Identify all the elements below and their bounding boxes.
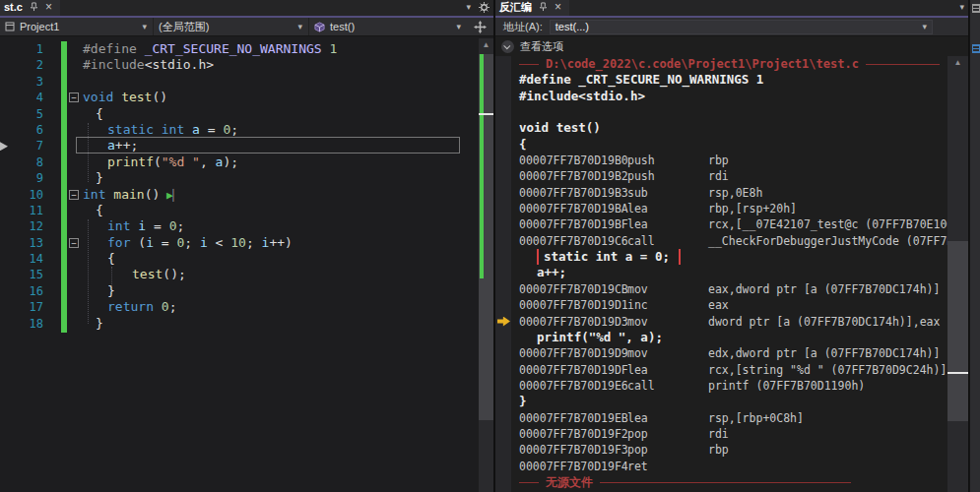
line-number[interactable]: 14	[0, 251, 43, 267]
code-line[interactable]: 15test();	[0, 267, 478, 282]
disasm-source-line[interactable]: #include<stdio.h>	[495, 89, 947, 104]
pan-handle-icon[interactable]	[467, 18, 493, 35]
instruction-operands: rbp	[708, 154, 729, 167]
tab-title: st.c	[4, 1, 23, 13]
code-editor[interactable]: 1#define _CRT_SECURE_NO_WARNINGS 12#incl…	[0, 38, 493, 492]
project-dropdown[interactable]: Project1 ▾	[0, 18, 154, 35]
line-number[interactable]: 18	[0, 316, 43, 332]
line-number[interactable]: 12	[0, 218, 43, 234]
instruction-mnemonic: pop	[627, 426, 708, 442]
address-input[interactable]: test(...) ▾	[550, 20, 933, 34]
code-line[interactable]: 16}	[0, 283, 478, 299]
gear-icon[interactable]	[479, 2, 490, 13]
instruction-mnemonic: lea	[627, 216, 708, 232]
code-line[interactable]: 8printf("%d ", a);	[0, 154, 478, 170]
line-number[interactable]: 9	[0, 170, 43, 186]
line-number[interactable]: 5	[0, 106, 43, 122]
instruction-address: 00007FF7B70D19F3	[519, 442, 627, 458]
scope-dropdown[interactable]: (全局范围) ▾	[154, 18, 309, 35]
instruction-address: 00007FF7B70D19D1	[519, 297, 627, 313]
disasm-instruction[interactable]: 00007FF7B70D19F2poprdi	[495, 426, 947, 442]
disasm-instruction[interactable]: 00007FF7B70D19D3movdword ptr [a (07FF7B7…	[495, 314, 947, 330]
disasm-instruction[interactable]: 00007FF7B70D19B2pushrdi	[495, 168, 947, 184]
code-line[interactable]: 3	[0, 74, 478, 90]
disasm-source-line[interactable]: a++;	[495, 265, 947, 280]
line-number[interactable]: 6	[0, 122, 43, 138]
disasm-instruction[interactable]: 00007FF7B70D19CBmoveax,dword ptr [a (07F…	[495, 281, 947, 297]
scroll-up-arrow-icon[interactable]: ▲	[947, 56, 968, 70]
line-number[interactable]: 11	[0, 203, 43, 218]
disasm-instruction[interactable]: 00007FF7B70D19BFlearcx,[__07E42107_test@…	[495, 216, 947, 232]
code-line[interactable]: 10−int main() ▶▏	[0, 187, 478, 203]
disassembly-vertical-scrollbar[interactable]: ▲	[947, 56, 968, 492]
disasm-instruction[interactable]: 00007FF7B70D19D1inceax	[495, 297, 947, 313]
tab-test-c[interactable]: st.c ×	[0, 0, 60, 16]
pin-icon[interactable]	[539, 2, 548, 12]
disasm-instruction[interactable]: 00007FF7B70D19DFlearcx,[string "%d " (07…	[495, 362, 947, 378]
code-line[interactable]: 6static int a = 0;	[0, 122, 478, 138]
instruction-mnemonic: lea	[627, 362, 708, 378]
code-line[interactable]: 2#include<stdio.h>	[0, 57, 478, 73]
code-line[interactable]: 4−void test()	[0, 90, 478, 105]
pin-icon[interactable]	[30, 2, 38, 12]
line-number[interactable]: 17	[0, 299, 43, 315]
line-number[interactable]: 16	[0, 283, 43, 299]
run-glyph-icon[interactable]: ▶	[160, 189, 172, 202]
code-line[interactable]: 11{	[0, 203, 478, 218]
fold-toggle-icon[interactable]: −	[69, 92, 79, 102]
disassembly-view[interactable]: D:\code_2022\c.code\Project1\Project1\te…	[495, 56, 947, 492]
disasm-instruction[interactable]: 00007FF7B70D19BAlearbp,[rsp+20h]	[495, 201, 947, 216]
close-icon[interactable]: ×	[45, 2, 52, 12]
line-number[interactable]: 2	[0, 57, 43, 73]
disasm-instruction[interactable]: 00007FF7B70D19B0pushrbp	[495, 153, 947, 168]
project-dropdown-value: Project1	[20, 21, 59, 32]
line-number[interactable]: 1	[0, 41, 43, 57]
code-line[interactable]: 7a++;	[0, 138, 478, 154]
instruction-mnemonic: push	[627, 153, 708, 168]
member-dropdown[interactable]: test() ▾	[309, 18, 467, 35]
line-number[interactable]: 3	[0, 74, 43, 90]
code-line[interactable]: 9}	[0, 170, 478, 186]
code-line[interactable]: 18}	[0, 316, 478, 332]
code-line[interactable]: 5{	[0, 106, 478, 122]
code-line[interactable]: 1#define _CRT_SECURE_NO_WARNINGS 1	[0, 41, 478, 57]
disasm-source-line[interactable]: void test()	[495, 120, 947, 136]
code-line[interactable]: 12int i = 0;	[0, 218, 478, 234]
fold-toggle-icon[interactable]: −	[69, 190, 79, 200]
code-line[interactable]: 13−for (i = 0; i < 10; i++)	[0, 235, 478, 251]
disasm-instruction[interactable]: 00007FF7B70D19F3poprbp	[495, 442, 947, 458]
disasm-instruction[interactable]: 00007FF7B70D19B3subrsp,0E8h	[495, 185, 947, 201]
instruction-mnemonic: mov	[627, 345, 708, 361]
disasm-source-line[interactable]: {	[495, 137, 947, 153]
scrollbar-thumb[interactable]	[947, 241, 968, 421]
disasm-source-line[interactable]: #define _CRT_SECURE_NO_WARNINGS 1	[495, 72, 947, 88]
disasm-instruction[interactable]: 00007FF7B70D19F4ret	[495, 459, 947, 474]
code-line-text: }	[83, 170, 103, 186]
tab-disassembly[interactable]: 反汇编 ×	[495, 0, 569, 16]
line-number[interactable]: 4	[0, 90, 43, 105]
disasm-instruction[interactable]: 00007FF7B70D19D9movedx,dword ptr [a (07F…	[495, 345, 947, 361]
window-list-chevron-icon[interactable]: ▾	[959, 2, 964, 12]
line-number[interactable]: 15	[0, 267, 43, 282]
code-line[interactable]: 17return 0;	[0, 299, 478, 315]
disasm-instruction[interactable]: 00007FF7B70D19EBlearsp,[rbp+0C8h]	[495, 410, 947, 426]
window-list-chevron-icon[interactable]: ▾	[466, 2, 471, 12]
instruction-operands: printf (07FF7B70D1190h)	[708, 379, 865, 393]
docked-panel-edge-strip[interactable]	[969, 0, 980, 492]
line-number[interactable]: 13	[0, 235, 43, 251]
disasm-source-line-boxed[interactable]: static int a = 0;	[495, 249, 947, 265]
line-number[interactable]: 8	[0, 154, 43, 170]
disasm-source-line[interactable]: printf("%d ", a);	[495, 330, 947, 345]
disasm-instruction[interactable]: 00007FF7B70D19E6callprintf (07FF7B70D119…	[495, 378, 947, 394]
disasm-instruction[interactable]: 00007FF7B70D19C6call__CheckForDebuggerJu…	[495, 233, 947, 249]
view-options-expander[interactable]	[501, 40, 514, 53]
instruction-address: 00007FF7B70D19C6	[519, 233, 627, 249]
close-icon[interactable]: ×	[555, 2, 561, 12]
disasm-source-line[interactable]: }	[495, 394, 947, 409]
fold-toggle-icon[interactable]: −	[69, 238, 79, 248]
instruction-address: 00007FF7B70D19D3	[519, 314, 627, 330]
scroll-up-arrow-icon[interactable]: ▲	[479, 38, 493, 52]
code-line[interactable]: 14{	[0, 251, 478, 267]
editor-vertical-scrollbar[interactable]: ▲	[479, 38, 493, 492]
line-number[interactable]: 10	[0, 187, 43, 203]
